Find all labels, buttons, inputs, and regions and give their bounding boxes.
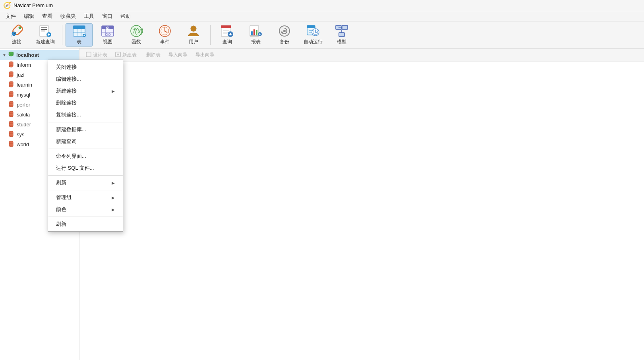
menu-edit[interactable]: 编辑 [20, 12, 38, 21]
ctx-cmdline-label: 命令列界面... [56, 153, 86, 160]
ctx-refresh-label: 刷新 [56, 179, 66, 186]
ctx-run-sql[interactable]: 运行 SQL 文件... [48, 162, 123, 174]
ctx-manage-group-label: 管理组 [56, 194, 72, 201]
toolbar-model-button[interactable]: 模型 [328, 23, 355, 46]
toolbar-query-button[interactable]: 查询 [214, 23, 241, 46]
toolbar-function-button[interactable]: f(x) 函数 [123, 23, 150, 46]
toolbar-model-label: 模型 [337, 39, 346, 45]
svg-rect-46 [256, 30, 257, 35]
new-query-icon [38, 24, 52, 38]
new-table-button: 新建表 [112, 50, 140, 60]
svg-rect-12 [73, 26, 85, 29]
function-icon: f(x) [129, 24, 143, 38]
ctx-new-db[interactable]: 新建数据库... [48, 124, 123, 135]
delete-table-label: 删除表 [146, 52, 161, 58]
sidebar-db-inform-label: inform [17, 62, 31, 68]
backup-icon [277, 24, 292, 38]
db-icon-inform [8, 61, 14, 69]
ctx-delete-conn[interactable]: 删除连接 [48, 97, 123, 109]
toolbar-autorun-label: 自动运行 [304, 39, 323, 45]
db-icon-perfor [8, 101, 14, 108]
db-icon-mysql [8, 91, 14, 99]
ctx-manage-group[interactable]: 管理组 ▶ [48, 192, 123, 203]
ctx-sep-2 [48, 149, 123, 149]
menu-file[interactable]: 文件 [2, 12, 20, 21]
toolbar-user-button[interactable]: 用户 [180, 23, 207, 46]
query-icon [220, 24, 234, 38]
export-wizard-label: 导出向导 [195, 52, 215, 58]
db-icon-juzi [8, 71, 14, 79]
toolbar-new-query-button[interactable]: 新建查询 [32, 23, 59, 46]
ctx-sep-1 [48, 122, 123, 122]
db-icon-sakila [8, 111, 14, 118]
ctx-copy-conn[interactable]: 复制连接... [48, 109, 123, 121]
ctx-refresh2[interactable]: 刷新 [48, 218, 123, 230]
event-icon [158, 24, 172, 38]
toolbar-user-label: 用户 [189, 39, 198, 45]
sidebar-db-sys-label: sys [17, 132, 25, 137]
svg-rect-44 [251, 31, 253, 35]
menu-help[interactable]: 帮助 [116, 12, 135, 21]
sidebar-db-world-label: world [17, 141, 29, 147]
sidebar-db-juzi-label: juzi [17, 72, 25, 78]
svg-point-62 [315, 32, 316, 33]
ctx-edit-conn[interactable]: 编辑连接... [48, 73, 123, 85]
toolbar-backup-button[interactable]: 备份 [271, 23, 298, 46]
db-icon-learning [8, 81, 14, 89]
new-table-icon [115, 52, 121, 58]
connection-arrow: ▼ [2, 53, 6, 57]
toolbar-autorun-button[interactable]: 自动运行 [300, 23, 327, 46]
svg-point-24 [107, 28, 108, 29]
db-icon-world [8, 141, 14, 148]
toolbar-table-label: 表 [77, 39, 81, 45]
ctx-refresh[interactable]: 刷新 ▶ [48, 177, 123, 189]
svg-text:f(x): f(x) [133, 27, 143, 35]
menu-tools[interactable]: 工具 [80, 12, 98, 21]
toolbar-table-button[interactable]: 表 [66, 23, 93, 46]
svg-point-33 [191, 26, 196, 31]
design-table-label: 设计表 [93, 52, 107, 58]
sidebar-db-perfor-label: perfor [17, 102, 30, 108]
sidebar-connection[interactable]: ▼ localhost [0, 50, 79, 60]
ctx-delete-conn-label: 删除连接 [56, 99, 77, 106]
toolbar-event-button[interactable]: 事件 [151, 23, 178, 46]
content-toolbar: 设计表 新建表 删除表 导入向导 导出向导 [79, 48, 644, 62]
import-wizard-label: 导入向导 [168, 52, 188, 58]
ctx-refresh-arrow: ▶ [112, 181, 115, 185]
menu-view[interactable]: 查看 [38, 12, 56, 21]
ctx-close-conn[interactable]: 关闭连接 [48, 61, 123, 73]
toolbar-connect-button[interactable]: + 连接 [3, 23, 30, 46]
design-table-icon [86, 52, 91, 58]
svg-rect-55 [307, 25, 315, 28]
ctx-refresh2-label: 刷新 [56, 221, 66, 228]
sidebar-db-sakila-label: sakila [17, 112, 30, 118]
app-title: Navicat Premium [14, 2, 53, 8]
import-wizard-button: 导入向导 [165, 50, 191, 60]
toolbar-connect-label: 连接 [12, 39, 21, 45]
ctx-color-label: 颜色 [56, 206, 66, 213]
menu-favorites[interactable]: 收藏夹 [56, 12, 80, 21]
title-bar: 🧭 Navicat Premium [0, 0, 644, 11]
ctx-new-conn[interactable]: 新建连接 ▶ [48, 85, 123, 97]
menu-window[interactable]: 窗口 [98, 12, 116, 21]
toolbar-view-button[interactable]: OO 视图 [94, 23, 121, 46]
svg-rect-64 [342, 25, 348, 29]
table-icon [72, 24, 86, 38]
ctx-cmdline[interactable]: 命令列界面... [48, 150, 123, 162]
toolbar-new-query-label: 新建查询 [36, 39, 55, 45]
ctx-new-query2[interactable]: 新建查询 [48, 135, 123, 147]
design-table-button: 设计表 [83, 50, 110, 60]
ctx-new-conn-arrow: ▶ [112, 89, 115, 93]
export-wizard-button: 导出向导 [192, 50, 218, 60]
ctx-color[interactable]: 颜色 ▶ [48, 203, 123, 215]
ctx-sep-3 [48, 175, 123, 176]
view-icon: OO [101, 24, 115, 38]
toolbar-report-button[interactable]: 报表 [242, 23, 269, 46]
ctx-close-conn-label: 关闭连接 [56, 64, 77, 71]
svg-text:+: + [11, 35, 12, 37]
menu-bar: 文件 编辑 查看 收藏夹 工具 窗口 帮助 [0, 11, 644, 21]
ctx-copy-conn-label: 复制连接... [56, 111, 81, 118]
toolbar: + 连接 新建查询 [0, 21, 644, 48]
svg-point-2 [19, 27, 21, 29]
ctx-new-db-label: 新建数据库... [56, 126, 86, 133]
